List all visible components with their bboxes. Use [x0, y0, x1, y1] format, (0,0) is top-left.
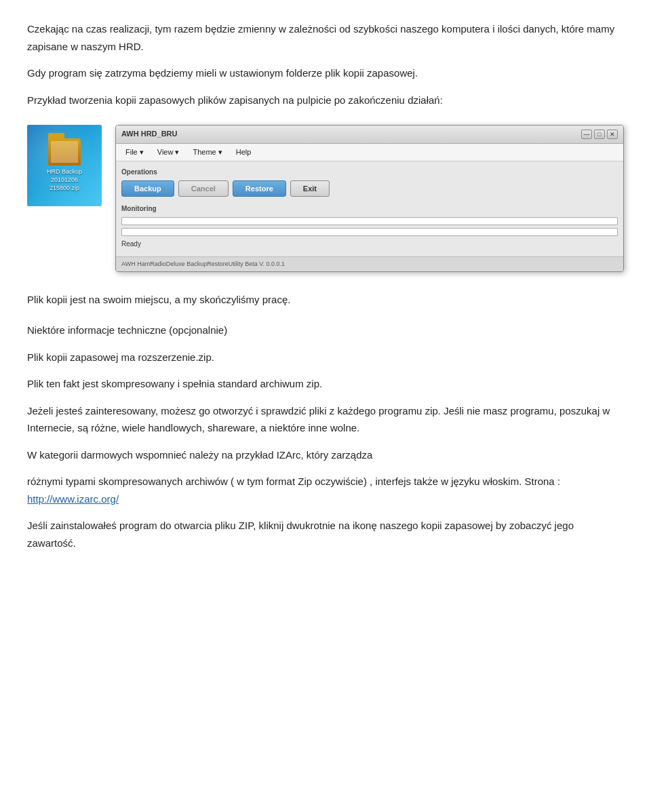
window-title: AWH HRD_BRU	[121, 128, 178, 140]
paragraph-3: Przykład tworzenia kopii zapasowych plik…	[27, 92, 624, 109]
izarc-link[interactable]: http://www.izarc.org/	[27, 493, 119, 505]
window-body: Operations Backup Cancel Restore Exit Mo…	[116, 161, 623, 256]
paragraph-8: W kategorii darmowych wspomnieć należy n…	[27, 446, 624, 464]
paragraph-7: Jeżeli jesteś zainteresowany, możesz go …	[27, 402, 624, 437]
restore-button[interactable]: Restore	[233, 180, 286, 197]
exit-button[interactable]: Exit	[290, 180, 330, 197]
paragraph-10: Jeśli zainstalowałeś program do otwarcia…	[27, 517, 624, 552]
screenshot-section: HRD Backup 20101206 215800.zip AWH HRD_B…	[27, 125, 624, 272]
menu-theme[interactable]: Theme ▾	[187, 145, 227, 160]
paragraph-4: Plik kopii jest na swoim miejscu, a my s…	[27, 291, 624, 309]
status-text: Ready	[121, 239, 618, 250]
maximize-button[interactable]: □	[594, 130, 605, 139]
monitoring-label: Monitoring	[121, 204, 618, 214]
minimize-button[interactable]: —	[581, 130, 592, 139]
window-footer: AWH HamRadioDeluxe BackupRestoreUtility …	[116, 256, 623, 271]
paragraph-2: Gdy program się zatrzyma będziemy mieli …	[27, 64, 624, 82]
menu-help[interactable]: Help	[231, 145, 257, 160]
menu-bar: File ▾ View ▾ Theme ▾ Help	[116, 144, 623, 162]
folder-icon	[48, 138, 81, 166]
thumb-label: HRD Backup 20101206 215800.zip	[47, 168, 82, 192]
close-button[interactable]: ✕	[607, 130, 618, 139]
backup-button[interactable]: Backup	[121, 180, 174, 197]
desktop-thumbnail: HRD Backup 20101206 215800.zip	[27, 125, 102, 206]
operations-label: Operations	[121, 167, 618, 178]
window-controls: — □ ✕	[581, 130, 618, 139]
menu-view[interactable]: View ▾	[152, 145, 185, 160]
paragraph-9: różnymi typami skompresowanych archiwów …	[27, 473, 624, 507]
paragraph-5-label: Niektóre informacje techniczne (opcjonal…	[27, 322, 624, 339]
cancel-button[interactable]: Cancel	[178, 180, 229, 197]
awh-window: AWH HRD_BRU — □ ✕ File ▾ View ▾ Theme ▾ …	[115, 125, 624, 272]
title-bar: AWH HRD_BRU — □ ✕	[116, 125, 623, 144]
paragraph-6: Plik ten fakt jest skompresowany i spełn…	[27, 375, 624, 393]
progress-bar-1	[121, 217, 618, 225]
progress-bar-2	[121, 228, 618, 236]
paragraph-1: Czekając na czas realizacji, tym razem b…	[27, 20, 624, 55]
paragraph-5: Plik kopii zapasowej ma rozszerzenie.zip…	[27, 349, 624, 366]
paragraph-9-text: różnymi typami skompresowanych archiwów …	[27, 476, 560, 487]
menu-file[interactable]: File ▾	[120, 145, 149, 160]
operations-buttons: Backup Cancel Restore Exit	[121, 180, 618, 197]
